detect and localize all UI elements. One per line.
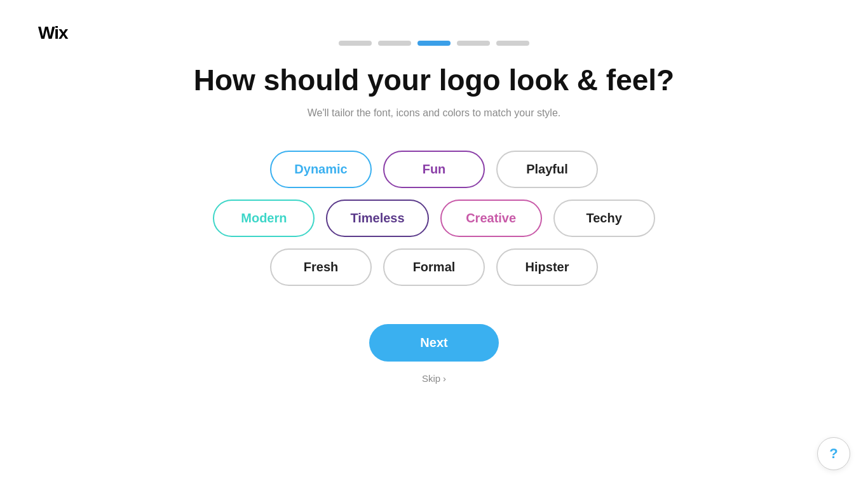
wix-logo: Wix xyxy=(38,23,68,43)
progress-step-4 xyxy=(457,41,490,46)
option-dynamic[interactable]: Dynamic xyxy=(270,151,372,188)
page-title: How should your logo look & feel? xyxy=(194,64,674,97)
option-formal[interactable]: Formal xyxy=(383,248,485,286)
option-hipster[interactable]: Hipster xyxy=(496,248,598,286)
options-row-1: Dynamic Fun Playful xyxy=(270,151,598,188)
option-fun[interactable]: Fun xyxy=(383,151,485,188)
option-playful[interactable]: Playful xyxy=(496,151,598,188)
options-row-2: Modern Timeless Creative Techy xyxy=(213,200,654,237)
progress-step-2 xyxy=(378,41,411,46)
option-modern[interactable]: Modern xyxy=(213,200,315,237)
progress-step-5 xyxy=(496,41,529,46)
help-button[interactable]: ? xyxy=(817,437,850,470)
progress-bar xyxy=(339,41,529,46)
next-button[interactable]: Next xyxy=(369,324,498,362)
options-row-3: Fresh Formal Hipster xyxy=(270,248,598,286)
progress-step-3 xyxy=(417,41,451,46)
option-fresh[interactable]: Fresh xyxy=(270,248,372,286)
page-subtitle: We'll tailor the font, icons and colors … xyxy=(308,107,561,119)
skip-link[interactable]: Skip › xyxy=(422,373,446,384)
progress-step-1 xyxy=(339,41,372,46)
option-techy[interactable]: Techy xyxy=(553,200,655,237)
option-timeless[interactable]: Timeless xyxy=(326,200,428,237)
options-grid: Dynamic Fun Playful Modern Timeless Crea… xyxy=(213,151,654,286)
main-content: How should your logo look & feel? We'll … xyxy=(180,64,688,384)
option-creative[interactable]: Creative xyxy=(440,200,542,237)
